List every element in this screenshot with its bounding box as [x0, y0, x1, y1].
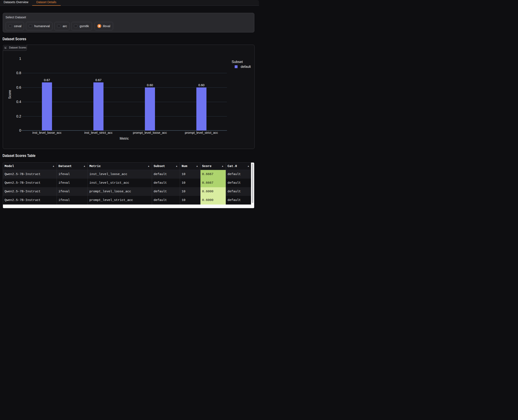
svg-text:1: 1	[19, 57, 21, 60]
svg-text:0: 0	[19, 128, 21, 132]
svg-text:prompt_level_loose_acc: prompt_level_loose_acc	[133, 131, 167, 134]
svg-text:Subset: Subset	[232, 60, 243, 64]
svg-text:Metric: Metric	[120, 137, 129, 140]
svg-text:0.60: 0.60	[198, 83, 204, 87]
svg-text:0.67: 0.67	[44, 78, 50, 82]
svg-text:inst_level_strict_acc: inst_level_strict_acc	[84, 131, 113, 134]
svg-text:Score: Score	[8, 90, 12, 99]
svg-text:0.8: 0.8	[16, 71, 21, 75]
svg-text:0.67: 0.67	[95, 78, 101, 82]
svg-text:inst_level_loose_acc: inst_level_loose_acc	[32, 131, 61, 134]
svg-text:0.2: 0.2	[16, 114, 21, 118]
svg-text:prompt_level_strict_acc: prompt_level_strict_acc	[185, 131, 218, 134]
svg-text:0.6: 0.6	[16, 85, 21, 89]
svg-text:default: default	[241, 65, 251, 68]
svg-text:0.4: 0.4	[16, 100, 21, 104]
svg-text:0.60: 0.60	[147, 83, 153, 87]
